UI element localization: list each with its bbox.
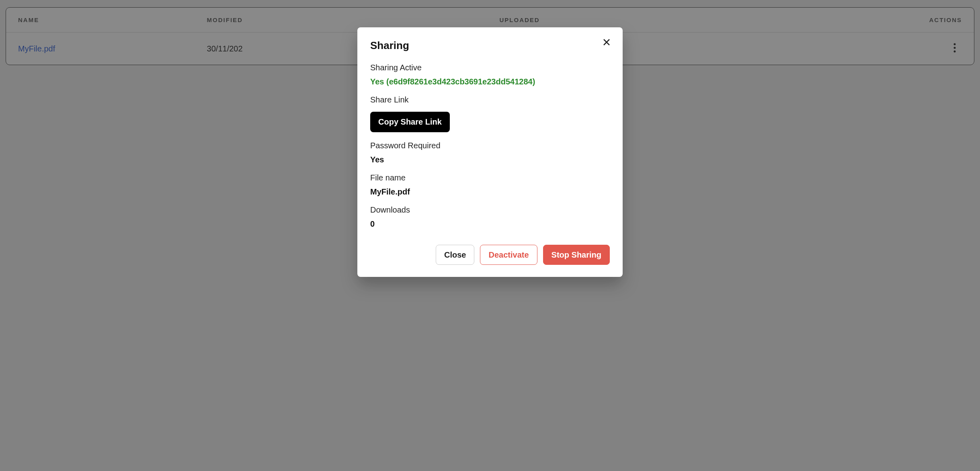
password-required-value: Yes [370, 155, 610, 164]
close-button[interactable]: Close [436, 245, 474, 265]
sharing-active-value: Yes (e6d9f8261e3d423cb3691e23dd541284) [370, 77, 610, 86]
stop-sharing-button[interactable]: Stop Sharing [543, 245, 610, 265]
deactivate-button[interactable]: Deactivate [480, 245, 537, 265]
share-link-label: Share Link [370, 95, 610, 104]
downloads-value: 0 [370, 219, 610, 229]
close-icon [603, 38, 611, 47]
close-modal-button[interactable] [601, 37, 612, 48]
sharing-modal: Sharing Sharing Active Yes (e6d9f8261e3d… [357, 27, 623, 277]
file-name-label: File name [370, 173, 610, 182]
copy-share-link-button[interactable]: Copy Share Link [370, 112, 450, 132]
file-name-value: MyFile.pdf [370, 187, 610, 197]
password-required-label: Password Required [370, 141, 610, 150]
sharing-active-label: Sharing Active [370, 63, 610, 72]
downloads-label: Downloads [370, 205, 610, 215]
modal-overlay[interactable]: Sharing Sharing Active Yes (e6d9f8261e3d… [0, 0, 980, 471]
modal-footer: Close Deactivate Stop Sharing [370, 245, 610, 265]
modal-title: Sharing [370, 39, 610, 52]
